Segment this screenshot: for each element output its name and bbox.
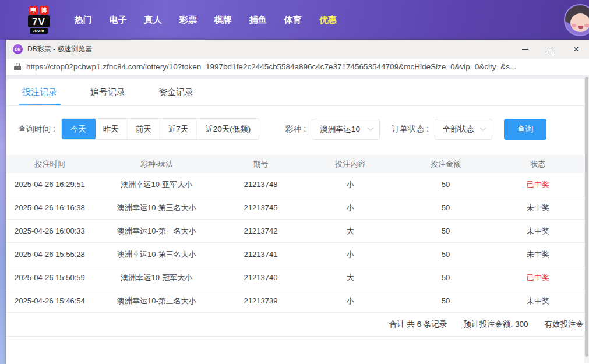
cell-issue: 21213741 bbox=[220, 250, 301, 259]
avatar-blush bbox=[584, 24, 589, 27]
browser-window: DB DB彩票 - 极速浏览器 ✕ https://ctop02pchwp1.z… bbox=[6, 40, 589, 364]
site-header: 申 博 7V .com 热门 电子 真人 彩票 棋牌 捕鱼 体育 优惠 bbox=[0, 0, 589, 40]
url-text[interactable]: https://ctop02pchwp1.zfnc84.com/lottery/… bbox=[26, 62, 516, 71]
cell-status: 已中奖 bbox=[492, 179, 584, 190]
cell-bet-time: 2025-04-26 15:50:59 bbox=[6, 273, 93, 282]
vertical-scrollbar[interactable] bbox=[584, 75, 589, 363]
cell-issue: 21213745 bbox=[220, 203, 301, 212]
cell-bet-time: 2025-04-26 15:55:28 bbox=[6, 250, 93, 259]
cell-game-play: 澳洲幸运10-亚军大小 bbox=[93, 179, 220, 190]
cell-bet-content: 小 bbox=[301, 203, 400, 213]
nav-item-lottery[interactable]: 彩票 bbox=[171, 15, 206, 26]
order-status-value: 全部状态 bbox=[443, 124, 474, 135]
col-bet-content: 投注内容 bbox=[301, 159, 400, 169]
tab-bet-records[interactable]: 投注记录 bbox=[20, 86, 59, 105]
chevron-down-icon bbox=[367, 124, 373, 130]
time-range-group: 今天 昨天 前天 近7天 近20天(低频) bbox=[61, 118, 260, 140]
col-game-play: 彩种-玩法 bbox=[93, 159, 220, 169]
table-row: 2025-04-26 15:50:59 澳洲幸运10-冠军大小 21213740… bbox=[6, 266, 584, 289]
cell-bet-amount: 50 bbox=[400, 296, 492, 305]
filter-bar: 查询时间 : 今天 昨天 前天 近7天 近20天(低频) 彩种 : 澳洲幸运10 bbox=[18, 118, 584, 140]
url-bar[interactable]: https://ctop02pchwp1.zfnc84.com/lottery/… bbox=[6, 59, 589, 75]
browser-favicon-icon: DB bbox=[13, 44, 23, 54]
table-row: 2025-04-26 15:46:54 澳洲幸运10-第三名大小 2121373… bbox=[6, 289, 584, 313]
avatar-blush bbox=[572, 24, 576, 27]
tab-chase-records[interactable]: 追号记录 bbox=[89, 86, 127, 105]
cell-bet-time: 2025-04-26 16:00:33 bbox=[6, 227, 93, 235]
chevron-down-icon bbox=[479, 124, 486, 130]
cell-status: 未中奖 bbox=[492, 296, 584, 306]
avatar-face bbox=[570, 13, 589, 32]
bet-records-table: 投注时间 彩种-玩法 期号 投注内容 投注金额 状态 2025-04-26 16… bbox=[6, 155, 584, 313]
cell-bet-amount: 50 bbox=[400, 227, 492, 235]
logo-badge-shen: 申 bbox=[29, 6, 38, 15]
cell-issue: 21213748 bbox=[220, 180, 301, 189]
content-card: 投注记录 追号记录 资金记录 查询时间 : 今天 昨天 前天 近7天 近20天(… bbox=[6, 79, 584, 363]
nav-item-promo[interactable]: 优惠 bbox=[311, 15, 345, 26]
col-status: 状态 bbox=[492, 159, 584, 169]
search-button[interactable]: 查询 bbox=[504, 119, 546, 140]
time-option-20days[interactable]: 近20天(低频) bbox=[196, 119, 259, 139]
cell-bet-amount: 50 bbox=[400, 250, 492, 259]
cell-status: 未中奖 bbox=[492, 203, 584, 213]
query-time-label: 查询时间 : bbox=[18, 124, 55, 135]
cell-game-play: 澳洲幸运10-冠军大小 bbox=[93, 273, 220, 283]
cell-bet-time: 2025-04-26 16:29:51 bbox=[6, 180, 93, 189]
col-bet-time: 投注时间 bbox=[6, 159, 93, 169]
time-option-7days[interactable]: 近7天 bbox=[160, 119, 197, 139]
table-row: 2025-04-26 16:29:51 澳洲幸运10-亚军大小 21213748… bbox=[6, 173, 584, 196]
minimize-button[interactable] bbox=[512, 40, 538, 59]
order-status-select[interactable]: 全部状态 bbox=[435, 119, 492, 140]
time-option-today[interactable]: 今天 bbox=[61, 118, 96, 140]
valid-amount-text: 有效投注金 bbox=[545, 319, 584, 330]
time-option-yesterday[interactable]: 昨天 bbox=[95, 119, 127, 139]
logo-7v-text: 7V bbox=[28, 15, 50, 27]
cell-bet-time: 2025-04-26 16:16:38 bbox=[6, 203, 93, 212]
nav-item-sports[interactable]: 体育 bbox=[276, 15, 311, 26]
lottery-type-label: 彩种 : bbox=[285, 124, 306, 135]
nav-item-hot[interactable]: 热门 bbox=[66, 15, 101, 26]
cell-issue: 21213740 bbox=[220, 273, 301, 282]
cell-bet-time: 2025-04-26 15:46:54 bbox=[6, 296, 93, 305]
scrollbar-thumb[interactable] bbox=[585, 77, 588, 357]
maximize-button[interactable] bbox=[538, 40, 563, 59]
minimize-icon bbox=[522, 49, 528, 50]
cell-bet-amount: 50 bbox=[400, 180, 492, 189]
cell-issue: 21213742 bbox=[220, 227, 301, 235]
cell-bet-content: 大 bbox=[301, 226, 400, 236]
user-avatar[interactable] bbox=[564, 4, 589, 36]
cell-bet-amount: 50 bbox=[400, 203, 492, 212]
table-body: 2025-04-26 16:29:51 澳洲幸运10-亚军大小 21213748… bbox=[6, 173, 584, 313]
time-option-daybefore[interactable]: 前天 bbox=[127, 119, 160, 139]
table-row: 2025-04-26 15:55:28 澳洲幸运10-第三名大小 2121374… bbox=[6, 243, 584, 266]
site-logo[interactable]: 申 博 7V .com bbox=[28, 6, 50, 34]
summary-bar: 合计 共 6 条记录 预计投注金额: 300 有效投注金 bbox=[6, 313, 584, 337]
browser-title-bar: DB DB彩票 - 极速浏览器 ✕ bbox=[6, 40, 589, 59]
logo-badge-bo: 博 bbox=[40, 6, 48, 15]
nav-item-chess[interactable]: 棋牌 bbox=[206, 15, 241, 26]
lottery-type-select[interactable]: 澳洲幸运10 bbox=[312, 119, 380, 140]
tab-fund-records[interactable]: 资金记录 bbox=[157, 86, 195, 105]
screen: 申 博 7V .com 热门 电子 真人 彩票 棋牌 捕鱼 体育 优惠 DB bbox=[0, 0, 589, 364]
cell-bet-content: 小 bbox=[301, 296, 400, 306]
close-button[interactable]: ✕ bbox=[563, 40, 589, 59]
lottery-type-value: 澳洲幸运10 bbox=[320, 124, 360, 135]
nav-item-slots[interactable]: 电子 bbox=[101, 15, 136, 26]
cell-status: 未中奖 bbox=[492, 249, 584, 260]
cell-bet-content: 小 bbox=[301, 179, 400, 190]
close-icon: ✕ bbox=[573, 45, 580, 53]
maximize-icon bbox=[548, 47, 553, 52]
table-row: 2025-04-26 16:00:33 澳洲幸运10-第三名大小 2121374… bbox=[6, 220, 584, 243]
nav-item-fishing[interactable]: 捕鱼 bbox=[241, 15, 276, 26]
browser-window-title: DB彩票 - 极速浏览器 bbox=[27, 44, 512, 54]
col-bet-amount: 投注金额 bbox=[400, 159, 492, 169]
cell-game-play: 澳洲幸运10-第三名大小 bbox=[93, 296, 220, 306]
order-status-label: 订单状态 : bbox=[392, 124, 429, 135]
lock-icon bbox=[14, 63, 21, 71]
table-row: 2025-04-26 16:16:38 澳洲幸运10-第三名大小 2121374… bbox=[6, 196, 584, 220]
nav-item-live[interactable]: 真人 bbox=[136, 15, 171, 26]
record-tabs: 投注记录 追号记录 资金记录 bbox=[6, 79, 584, 106]
expected-amount-text: 预计投注金额: 300 bbox=[463, 319, 528, 330]
cell-status: 未中奖 bbox=[492, 226, 584, 236]
logo-badges: 申 博 bbox=[29, 6, 48, 15]
